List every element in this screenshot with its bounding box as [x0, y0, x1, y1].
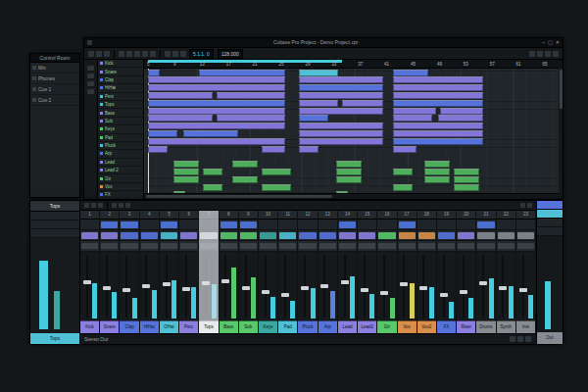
send-rack-cell[interactable] — [298, 230, 317, 241]
control-room-row[interactable]: Phones — [30, 74, 79, 84]
eq-rack-cell[interactable] — [457, 241, 475, 252]
send-rack-cell[interactable] — [318, 230, 337, 241]
channel-name[interactable]: Keys — [259, 320, 277, 333]
insert-rack-cell[interactable] — [497, 220, 515, 230]
fader-handle[interactable] — [262, 290, 270, 294]
insert-rack-cell[interactable] — [120, 220, 138, 230]
insert-rack-cell[interactable] — [377, 220, 396, 230]
clip[interactable] — [454, 184, 479, 191]
clip[interactable] — [393, 92, 483, 99]
send-rack-cell[interactable] — [437, 230, 456, 241]
clip[interactable] — [148, 100, 285, 107]
clip[interactable] — [424, 161, 450, 168]
insert-rack-cell[interactable] — [100, 220, 119, 230]
send-slot-cell[interactable] — [260, 232, 276, 239]
channel-name[interactable]: Arp — [318, 320, 337, 333]
clip[interactable] — [299, 84, 383, 91]
eq-curve-cell[interactable] — [477, 243, 494, 249]
clip[interactable] — [299, 122, 383, 129]
mixer-channel[interactable]: 21Drums — [476, 211, 496, 333]
fader-handle[interactable] — [281, 293, 289, 297]
clip[interactable] — [393, 70, 428, 76]
track-row[interactable]: Pluck — [98, 142, 143, 150]
mixer-channel[interactable]: 4HiHat — [140, 211, 160, 333]
clip[interactable] — [173, 169, 199, 175]
send-slot-cell[interactable] — [418, 232, 435, 239]
insert-rack-cell[interactable] — [179, 220, 198, 230]
send-slot-cell[interactable] — [299, 232, 316, 239]
mixer-channel[interactable]: 19FX — [437, 211, 457, 333]
send-slot-cell[interactable] — [438, 232, 455, 239]
play-icon[interactable] — [172, 51, 178, 57]
mixer-settings-icon[interactable] — [527, 203, 532, 208]
fader-handle[interactable] — [221, 279, 229, 283]
right-zone-icon[interactable] — [553, 51, 559, 57]
eq-curve-cell[interactable] — [101, 243, 118, 249]
clip[interactable] — [299, 146, 318, 153]
send-rack-cell[interactable] — [358, 230, 376, 241]
eq-rack-cell[interactable] — [298, 241, 317, 252]
mixer-channel[interactable]: 17Vox — [398, 211, 417, 333]
clip[interactable] — [336, 176, 362, 183]
channel-name[interactable]: Tops — [199, 320, 218, 333]
track-row[interactable]: Sub — [98, 118, 143, 125]
channel-name[interactable]: HiHat — [140, 320, 159, 333]
eq-rack-cell[interactable] — [377, 241, 396, 252]
send-slot-cell[interactable] — [200, 232, 217, 239]
send-rack-cell[interactable] — [516, 230, 535, 241]
master-channel-name[interactable]: Out — [537, 332, 563, 344]
mixer-solo-icon[interactable] — [125, 203, 130, 208]
clip[interactable] — [299, 138, 383, 145]
mixer-channel[interactable]: 14Lead — [338, 211, 358, 333]
clip[interactable] — [148, 138, 285, 145]
clip[interactable] — [438, 115, 483, 122]
insert-plugin-cell[interactable] — [220, 221, 237, 228]
range-tool-icon[interactable] — [126, 51, 132, 57]
send-slot-cell[interactable] — [399, 232, 416, 239]
insert-rack-cell[interactable] — [338, 220, 357, 230]
eq-rack-cell[interactable] — [318, 241, 337, 252]
send-rack-cell[interactable] — [120, 230, 138, 241]
fader-handle[interactable] — [182, 287, 190, 291]
track-row[interactable]: Bass — [98, 109, 143, 117]
insert-rack-cell[interactable] — [220, 220, 238, 230]
mixer-channel[interactable]: 9Sub — [239, 211, 259, 333]
mixer-channel[interactable]: 11Pad — [278, 211, 298, 333]
quantize-icon[interactable] — [545, 51, 551, 57]
clip[interactable] — [393, 169, 413, 175]
eq-rack-cell[interactable] — [338, 241, 357, 252]
clip[interactable] — [393, 108, 436, 115]
fader-handle[interactable] — [499, 286, 507, 290]
eq-rack-cell[interactable] — [140, 241, 159, 252]
clip[interactable] — [342, 100, 383, 107]
clip[interactable] — [148, 108, 285, 115]
insert-rack-cell[interactable] — [476, 220, 495, 230]
channel-name[interactable]: Synth — [497, 320, 515, 333]
clip[interactable] — [440, 108, 483, 115]
inspector-tab-icon[interactable] — [87, 81, 94, 86]
send-slot-cell[interactable] — [279, 232, 296, 239]
channel-name[interactable]: Pluck — [298, 320, 317, 333]
cycle-locator-bar[interactable] — [148, 60, 342, 63]
track-row[interactable]: FX — [98, 191, 143, 199]
fader-handle[interactable] — [242, 286, 250, 290]
fader-handle[interactable] — [380, 291, 388, 295]
inspector-tab-icon[interactable] — [87, 89, 94, 94]
activate-project-icon[interactable] — [88, 51, 94, 57]
insert-rack-cell[interactable] — [259, 220, 277, 230]
clip[interactable] — [299, 76, 383, 83]
send-slot-cell[interactable] — [477, 232, 494, 239]
mixer-snapshot-icon[interactable] — [520, 203, 525, 208]
mixer-channel[interactable]: 6Perc — [179, 211, 199, 333]
clip[interactable] — [299, 115, 328, 122]
eq-rack-cell[interactable] — [437, 241, 456, 252]
fader-handle[interactable] — [519, 288, 527, 292]
clip[interactable] — [148, 146, 168, 153]
send-rack-cell[interactable] — [160, 230, 178, 241]
insert-rack-cell[interactable] — [437, 220, 456, 230]
eq-curve-cell[interactable] — [319, 243, 336, 249]
mixer-channel[interactable]: 13Arp — [318, 211, 338, 333]
eq-curve-cell[interactable] — [279, 243, 296, 249]
erase-tool-icon[interactable] — [150, 51, 156, 57]
channel-name[interactable]: Vox2 — [417, 320, 436, 333]
